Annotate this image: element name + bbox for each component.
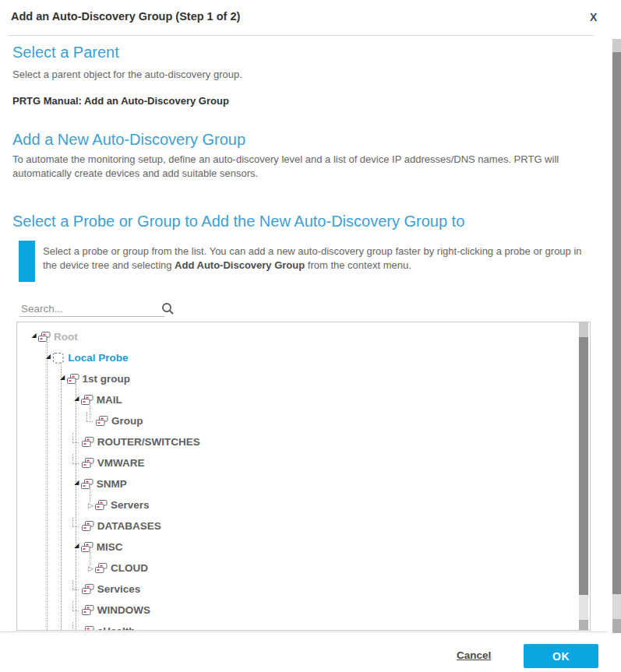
ok-button[interactable]: OK xyxy=(524,644,598,668)
tree-node-1st-group[interactable]: ◢1st group xyxy=(17,368,130,389)
group-icon xyxy=(95,563,108,574)
tree-node-services[interactable]: Services xyxy=(17,579,140,600)
section-heading-select-parent: Select a Parent xyxy=(12,44,119,62)
tree-node-databases[interactable]: DATABASES xyxy=(17,515,161,537)
tree-node-mail[interactable]: ◢MAIL xyxy=(17,389,122,410)
dialog-title: Add an Auto-Discovery Group (Step 1 of 2… xyxy=(11,10,240,23)
tree-node-windows[interactable]: WINDOWS xyxy=(17,600,150,621)
tree-node-label[interactable]: 1st group xyxy=(83,373,131,385)
tree-node-label[interactable]: Services xyxy=(97,583,141,595)
tree-connector xyxy=(72,580,79,590)
collapse-toggle-icon[interactable]: ▷ xyxy=(86,502,95,508)
tree-connector xyxy=(72,517,79,527)
tree-node-group[interactable]: Group xyxy=(17,410,143,431)
section-heading-add-group: Add a New Auto-Discovery Group xyxy=(12,131,245,149)
tree-node-label[interactable]: Group xyxy=(111,415,143,427)
footer-divider xyxy=(0,632,608,632)
select-parent-description: Select a parent object for the auto-disc… xyxy=(12,68,589,82)
group-icon xyxy=(38,332,51,343)
device-tree-panel: ◢Root◢Local Probe◢1st group◢MAILGroupROU… xyxy=(16,322,591,631)
tree-node-cloud[interactable]: ▷CLOUD xyxy=(17,558,148,579)
close-icon[interactable]: X xyxy=(590,11,597,23)
expand-toggle-icon[interactable]: ◢ xyxy=(72,480,81,486)
group-icon xyxy=(67,374,79,385)
tree-node-misc[interactable]: ◢MISC xyxy=(17,537,123,558)
tree-node-label[interactable]: CLOUD xyxy=(111,562,148,574)
group-icon xyxy=(96,416,108,427)
tree-node-label[interactable]: Servers xyxy=(111,499,150,511)
expand-toggle-icon[interactable]: ◢ xyxy=(72,543,81,549)
collapse-toggle-icon[interactable]: ▷ xyxy=(86,565,95,572)
group-icon xyxy=(81,395,94,406)
page-scrollbar-track-bottom xyxy=(612,594,621,619)
search-icon[interactable] xyxy=(161,302,175,315)
page-scrollbar-end xyxy=(612,619,621,633)
info-note-bold: Add Auto-Discovery Group xyxy=(175,259,305,271)
page-scrollbar-thumb[interactable] xyxy=(612,52,621,594)
tree-connector xyxy=(72,433,79,443)
tree-node-label[interactable]: Local Probe xyxy=(68,352,128,364)
tree-connector xyxy=(72,454,79,464)
group-icon xyxy=(82,605,94,616)
group-icon xyxy=(81,542,94,553)
tree-connector xyxy=(72,601,79,611)
tree-node-vmware[interactable]: VMWARE xyxy=(17,452,145,473)
group-icon xyxy=(81,479,94,490)
section-heading-select-probe: Select a Probe or Group to Add the New A… xyxy=(12,213,464,230)
prtg-manual-link[interactable]: PRTG Manual: Add an Auto-Discovery Group xyxy=(12,95,229,107)
tree-node-label[interactable]: WINDOWS xyxy=(97,604,150,616)
tree-node-label[interactable]: MAIL xyxy=(97,394,122,406)
group-icon xyxy=(82,584,94,595)
tree-node-label[interactable]: Root xyxy=(54,331,78,343)
header-divider xyxy=(8,35,594,36)
expand-toggle-icon[interactable]: ◢ xyxy=(44,354,52,360)
group-icon xyxy=(82,626,94,632)
info-note: Select a probe or group from the list. Y… xyxy=(43,245,592,272)
tree-node-label[interactable]: eHealth xyxy=(97,625,136,631)
add-group-description: To automate the monitoring setup, define… xyxy=(12,153,589,181)
tree-scrollbar-thumb[interactable] xyxy=(579,337,588,595)
cancel-button[interactable]: Cancel xyxy=(457,649,491,661)
group-icon xyxy=(82,458,94,469)
tree-node-servers[interactable]: ▷Servers xyxy=(17,494,150,515)
tree-node-label[interactable]: MISC xyxy=(97,541,123,553)
search-input[interactable] xyxy=(19,301,164,317)
tree-node-label[interactable]: ROUTER/SWITCHES xyxy=(97,436,200,448)
tree-node-label[interactable]: DATABASES xyxy=(97,520,161,532)
tree-node-root[interactable]: ◢Root xyxy=(17,326,78,347)
tree-scrollbar-track-top xyxy=(579,322,588,337)
info-note-text-2: from the context menu. xyxy=(305,259,411,271)
group-icon xyxy=(82,437,94,448)
tree-connector xyxy=(72,622,79,631)
expand-toggle-icon[interactable]: ◢ xyxy=(72,396,81,402)
tree-scrollbar-track-bottom xyxy=(579,595,588,620)
group-icon xyxy=(95,500,108,511)
group-icon xyxy=(82,521,94,532)
tree-node-snmp[interactable]: ◢SNMP xyxy=(17,473,127,494)
tree-connector xyxy=(86,412,93,422)
tree-node-label[interactable]: SNMP xyxy=(97,478,127,490)
expand-toggle-icon[interactable]: ◢ xyxy=(58,375,67,381)
probe-icon xyxy=(52,353,65,364)
tree-node-label[interactable]: VMWARE xyxy=(97,457,145,469)
page-scrollbar-track-top xyxy=(612,39,621,52)
tree-node-local-probe[interactable]: ◢Local Probe xyxy=(17,347,129,368)
tree-scrollbar-end xyxy=(579,620,588,631)
tree-node-ehealth[interactable]: eHealth xyxy=(17,621,136,631)
expand-toggle-icon[interactable]: ◢ xyxy=(30,332,38,339)
info-accent-bar xyxy=(19,241,35,282)
tree-node-router-switches[interactable]: ROUTER/SWITCHES xyxy=(17,431,200,452)
